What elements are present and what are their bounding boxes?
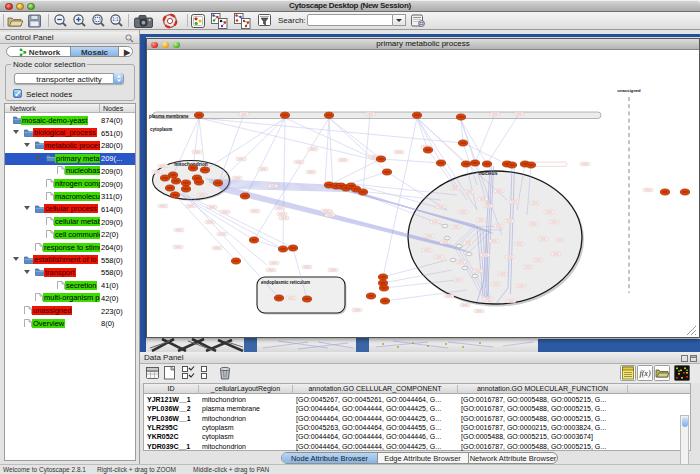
- svg-text:plasma membrane: plasma membrane: [149, 114, 189, 119]
- svg-text:nucleus: nucleus: [479, 170, 498, 176]
- svg-text:f(x): f(x): [639, 369, 650, 378]
- svg-text:cytoplasm: cytoplasm: [150, 127, 172, 132]
- svg-text:unassigned: unassigned: [617, 88, 641, 93]
- svg-text:1:1: 1:1: [112, 17, 119, 22]
